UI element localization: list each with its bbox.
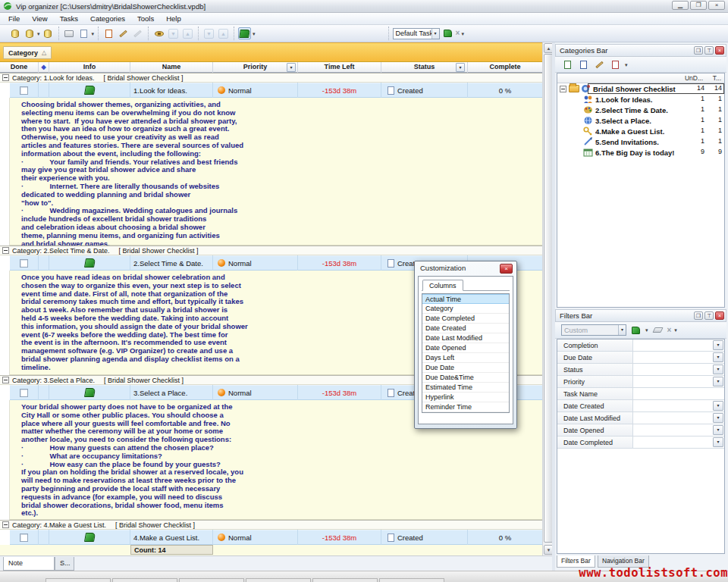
- tree-column-headers[interactable]: UnD... T...: [557, 74, 724, 83]
- done-checkbox[interactable]: [20, 259, 28, 268]
- list-item-date-last-modified[interactable]: Date Last Modified: [422, 333, 509, 343]
- new-category-button[interactable]: [561, 58, 574, 70]
- move-up-button[interactable]: ▲: [181, 27, 194, 39]
- close-button[interactable]: ×: [708, 1, 725, 10]
- filter-row-due-date[interactable]: Due Date▾: [557, 352, 724, 364]
- collapse-icon[interactable]: [2, 247, 9, 254]
- status-filter-button[interactable]: ▾: [456, 63, 465, 72]
- task-row-1[interactable]: 1.Look for Ideas. Normal -153d 38m Creat…: [0, 83, 542, 98]
- tree-item-4[interactable]: 4.Make a Guest List. 1 1: [557, 126, 724, 136]
- task-row-4[interactable]: 4.Make a Guest List. Normal -153d 38m Cr…: [0, 530, 542, 545]
- list-item-category[interactable]: Category: [422, 304, 509, 314]
- filter-row-status[interactable]: Status▾: [557, 364, 724, 376]
- open-database-button[interactable]: [23, 27, 36, 39]
- list-item-actual-time[interactable]: Actual Time: [422, 294, 509, 304]
- collapse-icon[interactable]: [560, 86, 566, 92]
- menu-categories[interactable]: Categories: [85, 14, 130, 23]
- list-item-date-opened[interactable]: Date Opened: [422, 343, 509, 353]
- column-status[interactable]: Status: [381, 62, 468, 73]
- tree-item-3[interactable]: 3.Select a Place. 1 1: [557, 115, 724, 126]
- minimize-button[interactable]: ▁: [672, 1, 689, 10]
- print-dropdown[interactable]: ▾: [92, 31, 95, 36]
- filters-toolbar-dropdown[interactable]: ▾: [674, 327, 677, 333]
- list-item-hyperlink[interactable]: Hyperlink: [422, 393, 509, 402]
- move-bottom-button[interactable]: ▼: [202, 27, 215, 39]
- menu-view[interactable]: View: [27, 14, 52, 23]
- note-icon[interactable]: [83, 258, 95, 268]
- category-header-4[interactable]: Category: 4.Make a Guest List. [ Bridal …: [0, 520, 542, 530]
- task-view-combo-arrow[interactable]: ▾: [431, 29, 439, 39]
- dropdown-icon[interactable]: ▾: [713, 413, 723, 423]
- apply-filter-button[interactable]: [629, 324, 642, 336]
- filter-value[interactable]: [633, 376, 724, 387]
- column-time-left[interactable]: Time Left: [298, 62, 381, 73]
- filter-value[interactable]: [633, 412, 724, 424]
- new-task-button[interactable]: [102, 27, 115, 39]
- filter-row-date-opened[interactable]: Date Opened▾: [557, 424, 724, 436]
- column-info[interactable]: Info: [49, 62, 130, 73]
- dropdown-icon[interactable]: ▾: [713, 425, 723, 435]
- move-down-button[interactable]: ▼: [167, 27, 180, 39]
- menu-help[interactable]: Help: [161, 14, 187, 23]
- categories-toolbar-dropdown[interactable]: ▾: [625, 62, 628, 67]
- panel-position-icon[interactable]: ❐: [694, 311, 703, 320]
- print-button[interactable]: [63, 27, 76, 39]
- delete-task-button[interactable]: [131, 27, 144, 39]
- apply-view-button[interactable]: [441, 27, 454, 39]
- task-view-dropdown[interactable]: ▾: [253, 31, 256, 36]
- priority-filter-button[interactable]: ▾: [287, 63, 296, 72]
- tab-shortcut[interactable]: S...: [55, 557, 74, 571]
- delete-category-button[interactable]: [609, 58, 622, 70]
- pin-icon[interactable]: ⊤: [704, 311, 714, 320]
- remove-filter-icon[interactable]: ×: [667, 327, 672, 334]
- column-complete[interactable]: Complete: [468, 62, 542, 73]
- task-view-button[interactable]: [238, 27, 251, 39]
- dropdown-icon[interactable]: ▾: [713, 437, 723, 447]
- menu-file[interactable]: File: [3, 14, 25, 23]
- new-database-button[interactable]: [8, 27, 21, 39]
- edit-category-button[interactable]: [593, 58, 606, 70]
- filter-preset-combobox[interactable]: Custom ▾: [561, 324, 626, 336]
- filter-row-task-name[interactable]: Task Name: [557, 388, 724, 400]
- tree-item-1[interactable]: 1.Look for Ideas. 1 1: [557, 94, 724, 105]
- list-item-estimated-time[interactable]: Estimated Time: [422, 383, 509, 393]
- note-icon[interactable]: [83, 86, 95, 95]
- note-icon[interactable]: [83, 388, 95, 397]
- filter-value[interactable]: [633, 352, 724, 363]
- task-note-1[interactable]: Choosing bridal shower themes, organizin…: [10, 98, 542, 246]
- dropdown-icon[interactable]: ▾: [713, 365, 723, 374]
- tree-item-2[interactable]: 2.Select Time & Date. 1 1: [557, 105, 724, 115]
- close-panel-icon[interactable]: ×: [715, 46, 724, 55]
- collapse-icon[interactable]: [2, 377, 9, 383]
- dialog-close-icon[interactable]: ×: [500, 264, 513, 274]
- filter-value[interactable]: [633, 424, 724, 436]
- tree-item-6[interactable]: 6.The Big Day is today! 9 9: [557, 147, 724, 158]
- menu-tasks[interactable]: Tasks: [55, 14, 83, 23]
- categories-bar-titlebar[interactable]: Categories Bar ❐ ⊤ ×: [555, 44, 726, 57]
- view-options-dropdown[interactable]: ▾: [461, 31, 464, 36]
- filter-value[interactable]: [633, 388, 724, 399]
- list-item-due-date[interactable]: Due Date: [422, 363, 509, 373]
- panel-position-icon[interactable]: ❐: [694, 46, 703, 55]
- dropdown-icon[interactable]: ▾: [713, 377, 723, 386]
- filter-value[interactable]: [633, 400, 724, 411]
- save-database-button[interactable]: [42, 27, 55, 39]
- done-checkbox[interactable]: [20, 389, 28, 397]
- filter-row-date-created[interactable]: Date Created▾: [557, 400, 724, 412]
- filters-bar-titlebar[interactable]: Filters Bar ❐ ⊤ ×: [555, 309, 726, 322]
- filter-row-priority[interactable]: Priority▾: [557, 376, 724, 388]
- clear-view-icon[interactable]: ×: [456, 30, 460, 37]
- note-icon[interactable]: [83, 533, 95, 542]
- clear-filter-button[interactable]: [651, 324, 664, 336]
- filter-preset-arrow[interactable]: ▾: [618, 325, 626, 335]
- tab-columns[interactable]: Columns: [422, 280, 463, 291]
- list-item-reminder-time[interactable]: Reminder Time: [422, 402, 509, 412]
- category-header-1[interactable]: Category: 1.Look for Ideas. [ Bridal Sho…: [0, 73, 542, 83]
- dropdown-icon[interactable]: ▾: [713, 352, 723, 362]
- new-subcategory-button[interactable]: [577, 58, 590, 70]
- filter-row-completion[interactable]: Completion▾: [557, 340, 724, 352]
- close-panel-icon[interactable]: ×: [715, 311, 724, 320]
- dropdown-icon[interactable]: ▾: [713, 401, 723, 411]
- column-priority[interactable]: Priority: [213, 62, 298, 73]
- dropdown-icon[interactable]: ▾: [713, 340, 723, 350]
